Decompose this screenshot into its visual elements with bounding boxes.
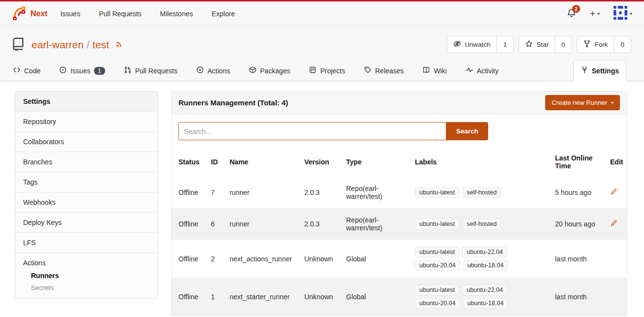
forks-count[interactable]: 0 [614,36,631,53]
label-chip: ubuntu-latest [415,247,459,257]
runner-status: Offline [172,208,207,240]
runner-status: Offline [172,278,207,316]
page-title: Runners Management (Total: 4) [178,98,288,107]
col-version: Version [300,147,342,177]
table-row: Offline 1 next_starter_runner Unknown Gl… [172,278,627,316]
sidebar-item-secrets[interactable]: Secrets [31,284,150,291]
runner-name: runner [226,177,300,208]
runners-panel: Runners Management (Total: 4) Create new… [171,91,627,316]
search-button[interactable]: Search [446,122,488,140]
tab-releases[interactable]: Releases [362,61,406,81]
edit-runner-button[interactable] [606,177,627,208]
edit-cell-empty [606,240,627,278]
rss-icon[interactable] [115,39,123,51]
edit-runner-button[interactable] [606,208,627,240]
nav-links: Issues Pull Requests Milestones Explore [60,10,235,18]
runner-last-online: 20 hours ago [551,208,606,240]
tab-activity[interactable]: Activity [464,61,500,81]
sidebar-item-deploy-keys[interactable]: Deploy Keys [15,212,158,232]
star-button[interactable]: Star [519,36,555,53]
repo-owner-link[interactable]: earl-warren [31,39,84,51]
brand-name: Next [30,9,48,18]
brand[interactable]: Next [12,5,48,22]
unwatch-button[interactable]: Unwatch [447,36,497,53]
nav-link-issues[interactable]: Issues [60,10,80,18]
runners-table: Status ID Name Version Type Labels Last … [172,147,627,316]
tab-code[interactable]: Code [11,61,42,81]
repo-separator: / [87,39,89,51]
tab-actions[interactable]: Actions [194,61,232,81]
tab-projects[interactable]: Projects [307,61,347,81]
repo-actions: Unwatch 1 Star 0 [447,36,631,53]
eye-slash-icon [453,40,461,49]
col-id: ID [207,147,226,177]
repo-name-link[interactable]: test [92,39,109,51]
project-board-icon [309,66,317,75]
fork-button[interactable]: Fork [577,36,614,53]
create-new-runner-button[interactable]: Create new Runner ▾ [545,95,620,110]
star-icon [525,40,533,49]
runner-version: 2.0.3 [300,208,342,240]
nav-link-milestones[interactable]: Milestones [160,10,193,18]
tab-packages[interactable]: Packages [247,61,292,81]
tab-pull-requests[interactable]: Pull Requests [122,61,179,81]
user-menu-button[interactable]: ▾ [614,6,632,21]
search-form: Search [172,114,627,147]
notifications-button[interactable]: 2 [567,8,576,19]
sidebar-item-actions[interactable]: Actions [23,259,150,267]
nav-link-pull-requests[interactable]: Pull Requests [99,10,141,18]
pencil-icon [610,188,617,197]
chevron-down-icon: ▾ [597,11,600,16]
plus-icon: + [590,9,595,18]
play-circle-icon [196,66,204,75]
nav-link-explore[interactable]: Explore [211,10,234,18]
table-row: Offline 2 next_actions_runner Unknown Gl… [172,240,627,278]
col-labels: Labels [411,147,551,177]
tab-settings[interactable]: Settings [573,60,626,81]
repo-tabs: Code Issues 1 Pull Requests [0,60,644,81]
sidebar-item-webhooks[interactable]: Webhooks [15,192,158,212]
label-chip: self-hosted [462,187,501,198]
sidebar-item-branches[interactable]: Branches [15,152,158,172]
watchers-count[interactable]: 1 [497,36,514,53]
label-chip: ubuntu-18.04 [463,260,508,271]
content: Settings Repository Collaborators Branch… [0,81,644,316]
tab-label: Pull Requests [135,67,177,75]
create-menu-button[interactable]: + ▾ [590,9,600,18]
chevron-down-icon: ▾ [611,100,614,105]
runner-labels: ubuntu-latest ubuntu-22.04 ubuntu-20.04 … [415,247,513,271]
label-chip: ubuntu-22.04 [462,285,507,295]
col-status: Status [172,147,207,177]
repository-icon [11,36,26,53]
sidebar-item-lfs[interactable]: LFS [15,232,158,253]
tab-label: Actions [207,67,230,75]
runner-type: Global [342,240,411,278]
tab-issues[interactable]: Issues 1 [57,61,107,81]
fork-button-group: Fork 0 [577,36,631,53]
fork-label: Fork [594,41,608,48]
sidebar-item-collaborators[interactable]: Collaborators [15,131,158,152]
runner-version: 2.0.3 [300,177,342,208]
tab-wiki[interactable]: Wiki [420,61,448,81]
sidebar-item-tags[interactable]: Tags [15,172,158,192]
col-type: Type [342,147,411,177]
forgejo-logo-icon [12,5,27,22]
pull-request-icon [124,66,132,75]
runner-labels: ubuntu-latest self-hosted [415,219,513,229]
sidebar-item-repository[interactable]: Repository [15,111,158,131]
label-chip: self-hosted [462,219,501,229]
notification-count-badge: 2 [572,5,580,13]
runner-type: Repo(earl-warren/test) [342,177,411,208]
star-label: Star [536,41,549,48]
label-chip: ubuntu-latest [415,285,459,295]
stars-count[interactable]: 0 [555,36,572,53]
repo-title: earl-warren / test [31,39,123,51]
col-edit: Edit [606,147,627,177]
chevron-down-icon: ▾ [630,11,632,16]
sidebar-item-runners[interactable]: Runners [31,272,150,280]
book-icon [422,66,430,75]
search-input[interactable] [178,122,446,140]
label-chip: ubuntu-22.04 [462,247,507,257]
repo-header: earl-warren / test [0,26,644,60]
runner-version: Unknown [300,278,342,316]
